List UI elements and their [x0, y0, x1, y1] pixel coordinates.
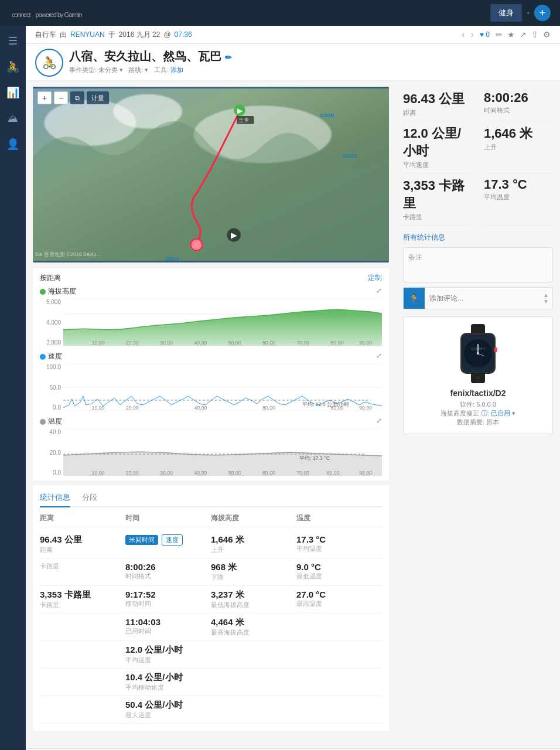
logo-text: connect — [12, 11, 30, 18]
svg-text:王卡: 王卡 — [238, 117, 249, 123]
stats-tabs: 统计信息 分段 — [40, 492, 382, 507]
speed-chart-body: 100.050.00.0 — [40, 364, 382, 411]
content-right: 96.43 公里 距离 8:00:26 时间格式 12.0 公里/小时 平均速度… — [396, 81, 560, 737]
next-activity-button[interactable]: › — [471, 29, 474, 40]
elevation-expand-icon[interactable]: ⤢ — [376, 287, 382, 295]
svg-text:▶: ▶ — [231, 231, 237, 240]
elevation-dot-icon — [40, 289, 46, 295]
row4-time: 11:04:03 已用时间 — [125, 617, 211, 637]
activity-title: 八宿、安久拉山、然鸟、瓦巴 ✏ — [69, 49, 232, 64]
row5-speed: 12.0 公里/小时 平均速度 — [125, 645, 211, 664]
svg-rect-61 — [494, 347, 497, 352]
svg-point-64 — [477, 380, 479, 383]
svg-text:80.00: 80.00 — [327, 470, 340, 476]
comment-input[interactable] — [425, 289, 539, 307]
activity-user[interactable]: RENYUAN — [70, 30, 105, 39]
share-icon[interactable]: ↗ — [520, 30, 527, 39]
tab-stats[interactable]: 统计信息 — [40, 492, 70, 507]
device-name: fenix/tactix/D2 — [411, 388, 545, 398]
svg-text:20.00: 20.00 — [126, 340, 139, 346]
gear-icon[interactable]: ⚙ — [543, 30, 551, 39]
edit-icon[interactable]: ✏ — [496, 30, 503, 39]
temp-chart-body: 40.020.00.0 — [40, 429, 382, 476]
table-header: 距离 时间 海拔高度 温度 — [40, 513, 382, 527]
title-edit-icon[interactable]: ✏ — [225, 53, 232, 62]
prev-activity-button[interactable]: ‹ — [462, 29, 465, 40]
svg-text:60.00: 60.00 — [262, 405, 275, 411]
activity-title-info: 八宿、安久拉山、然鸟、瓦巴 ✏ 事件类型: 未分类 ▾ 路线: ▾ 工具: 添加 — [69, 49, 232, 74]
elevation-chart-area: 10.00 20.00 30.00 40.00 50.00 60.00 70.0… — [63, 299, 382, 346]
sidebar: ☰ 🚴 📊 ⛰ 👤 — [0, 26, 26, 750]
tab-segments[interactable]: 分段 — [82, 492, 97, 506]
stats-grid: 96.43 公里 距离 8:00:26 时间格式 12.0 公里/小时 平均速度… — [403, 87, 553, 226]
temp-expand-icon[interactable]: ⤢ — [376, 417, 382, 425]
row3-time: 9:17:52 移动时间 — [125, 589, 211, 609]
elevation-status-link[interactable]: 已启用 — [491, 410, 510, 417]
svg-text:60.00: 60.00 — [262, 470, 275, 476]
share2-icon[interactable]: ⇧ — [531, 30, 538, 39]
measure-button[interactable]: 计量 — [87, 91, 109, 104]
zoom-out-button[interactable]: − — [54, 91, 68, 104]
row2-temp: 9.0 °C 最低温度 — [296, 562, 382, 582]
speed-badge[interactable]: 速度 — [162, 534, 183, 546]
zoom-in-button[interactable]: + — [37, 91, 52, 104]
device-watch-svg: GARMIN — [452, 324, 504, 388]
activity-time-sep: @ — [163, 30, 170, 39]
svg-text:G318: G318 — [343, 152, 358, 159]
svg-text:▶: ▶ — [237, 107, 243, 114]
temp-label: 温度 ⤢ — [40, 417, 382, 427]
row6-col3 — [211, 672, 296, 692]
add-tools-link[interactable]: 添加 — [170, 66, 183, 73]
row1-elevation: 1,646 米 上升 — [211, 534, 296, 554]
activity-date: 2016 九月 22 — [119, 30, 161, 40]
like-button[interactable]: ♥ 0 — [480, 30, 490, 39]
table-row: 11:04:03 已用时间 4,464 米 最高海拔高度 — [40, 613, 382, 641]
svg-text:70.00: 70.00 — [296, 340, 309, 346]
sidebar-chart-icon[interactable]: 📊 — [2, 82, 23, 103]
col-elevation-header: 海拔高度 — [211, 513, 296, 523]
svg-text:50.00: 50.00 — [228, 340, 241, 346]
svg-text:90.00: 90.00 — [359, 470, 372, 476]
svg-text:40.00: 40.00 — [194, 405, 207, 411]
col-time-header: 时间 — [125, 513, 211, 523]
table-row: 50.4 公里/小时 最大速度 — [40, 696, 382, 724]
svg-point-6 — [191, 239, 203, 251]
activity-by: 由 — [60, 30, 67, 40]
speed-dot-icon — [40, 354, 46, 360]
stat-calories: 3,353 卡路里 卡路里 — [403, 173, 472, 226]
row7-max-speed: 50.4 公里/小时 最大速度 — [125, 700, 211, 720]
fitness-button[interactable]: 健身 — [490, 4, 522, 22]
lap-time-badge[interactable]: 米回时间 — [125, 535, 158, 545]
row3-temp: 27.0 °C 最高温度 — [296, 589, 382, 609]
add-button[interactable]: + — [534, 5, 551, 21]
svg-text:10.00: 10.00 — [92, 405, 105, 411]
temperature-chart: 温度 ⤢ 40.020.00.0 — [40, 417, 382, 476]
svg-text:10.00: 10.00 — [92, 470, 105, 476]
speed-y-axis: 100.050.00.0 — [40, 364, 63, 411]
sidebar-mountain-icon[interactable]: ⛰ — [2, 108, 23, 129]
row7-col3 — [211, 700, 296, 720]
temp-dot-icon — [40, 419, 46, 425]
svg-text:20.00: 20.00 — [126, 470, 139, 476]
row4-col1 — [40, 617, 125, 637]
elevation-label: 海拔高度 ⤢ — [40, 287, 382, 296]
distance-selector[interactable]: 按距离 — [40, 273, 61, 283]
customize-button[interactable]: 定制 — [368, 273, 382, 283]
sidebar-user-icon[interactable]: 👤 — [2, 134, 23, 155]
star-icon[interactable]: ★ — [507, 30, 515, 39]
all-stats-link[interactable]: 所有统计信息 — [403, 233, 553, 243]
map-container[interactable]: + − ⧉ 计量 — [33, 87, 389, 262]
speed-expand-icon[interactable]: ⤢ — [376, 352, 382, 360]
svg-text:40.00: 40.00 — [194, 470, 207, 476]
layers-button[interactable]: ⧉ — [70, 91, 84, 104]
sidebar-menu-icon[interactable]: ☰ — [2, 30, 23, 52]
comment-box: 🏃 ▲▼ — [403, 287, 553, 309]
activity-bar: 自行车 由 RENYUAN 于 2016 九月 22 @ 07:36 ‹ › ♥… — [26, 26, 560, 44]
sidebar-bike-icon[interactable]: 🚴 — [2, 56, 23, 77]
activity-at: 于 — [108, 30, 115, 40]
speed-label: 速度 ⤢ — [40, 352, 382, 362]
row2-elevation: 968 米 下降 — [211, 562, 296, 582]
activity-actions: ✏ ★ ↗ ⇧ ⚙ — [496, 30, 551, 39]
activity-title-bar: 🚴 八宿、安久拉山、然鸟、瓦巴 ✏ 事件类型: 未分类 ▾ 路线: ▾ 工具: … — [26, 44, 560, 81]
row1-time: 米回时间 速度 — [125, 534, 211, 554]
